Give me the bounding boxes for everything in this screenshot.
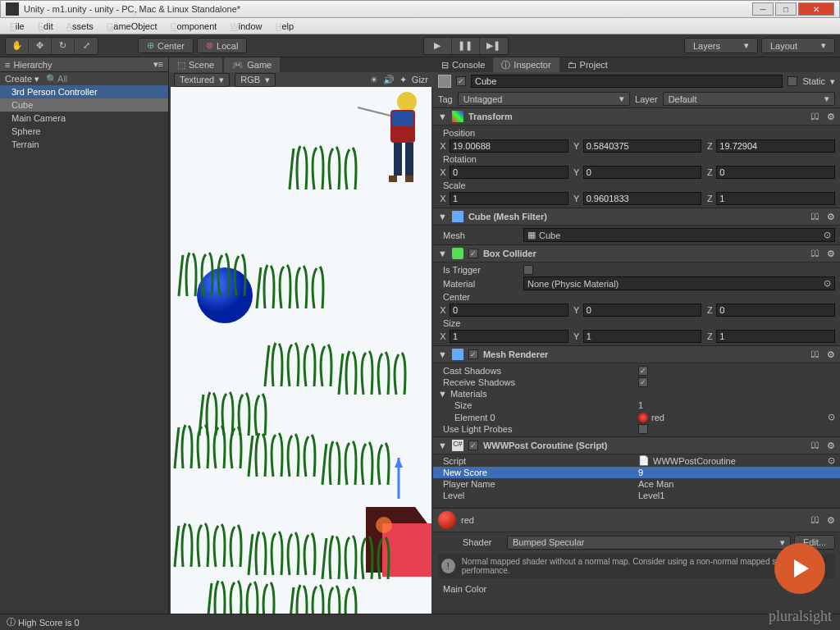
menu-component[interactable]: Component — [164, 20, 224, 33]
recvshadows-checkbox[interactable]: ✓ — [638, 377, 648, 387]
material-header[interactable]: red 🕮⚙ — [433, 508, 840, 532]
render-dropdown[interactable]: RGB▾ — [235, 73, 276, 87]
pause-button[interactable]: ❚❚ — [452, 38, 480, 54]
hand-tool[interactable]: ✋ — [6, 38, 29, 54]
gear-icon[interactable]: ⚙ — [827, 249, 835, 259]
help-icon[interactable]: 🕮 — [810, 111, 822, 122]
hierarchy-tab[interactable]: ≡ Hierarchy ▾≡ — [0, 57, 168, 72]
help-icon[interactable]: 🕮 — [810, 514, 822, 526]
help-icon[interactable]: 🕮 — [810, 248, 822, 259]
tag-dropdown[interactable]: Untagged▾ — [458, 92, 630, 106]
static-checkbox[interactable] — [788, 76, 797, 86]
rot-y[interactable]: 0 — [583, 166, 702, 179]
gear-icon[interactable]: ⚙ — [827, 441, 835, 451]
step-button[interactable]: ▶❚ — [480, 38, 508, 54]
maximize-button[interactable]: □ — [775, 2, 797, 16]
menu-assets[interactable]: Assets — [60, 20, 100, 33]
hierarchy-panel: ≡ Hierarchy ▾≡ Create ▾ 🔍All 3rd Person … — [0, 57, 169, 630]
inspector-tab[interactable]: ⓘInspector — [493, 57, 559, 72]
menu-bar: File Edit Assets GameObject Component Wi… — [0, 18, 840, 34]
search-field[interactable]: 🔍All — [46, 74, 67, 84]
script-header[interactable]: ▼C# ✓ WWWPost Coroutine (Script) 🕮⚙ — [433, 436, 840, 454]
playername-field[interactable]: Ace Man — [638, 479, 673, 489]
console-tab[interactable]: ⊟Console — [433, 57, 493, 72]
lightprobes-checkbox[interactable] — [638, 424, 648, 434]
pos-x[interactable]: 19.00688 — [450, 139, 568, 153]
gear-icon[interactable]: ⚙ — [827, 515, 835, 526]
pos-z[interactable]: 19.72904 — [716, 139, 835, 153]
mesh-field[interactable]: ▦Cube⊙ — [523, 228, 835, 242]
help-icon[interactable]: 🕮 — [810, 211, 822, 222]
minimize-button[interactable]: ─ — [752, 2, 774, 16]
castshadows-checkbox[interactable]: ✓ — [638, 366, 648, 376]
light-icon[interactable]: ☀ — [370, 75, 378, 85]
hierarchy-item[interactable]: Terrain — [0, 138, 168, 151]
hierarchy-item[interactable]: 3rd Person Controller — [0, 85, 168, 98]
istrigger-checkbox[interactable] — [523, 265, 533, 275]
help-icon[interactable]: 🕮 — [810, 349, 822, 360]
script-enabled[interactable]: ✓ — [468, 441, 478, 450]
scene-tab[interactable]: ⬚Scene — [169, 57, 222, 72]
pivot-toggle[interactable]: ⊕Center — [138, 38, 194, 53]
scene-viewport[interactable] — [171, 87, 431, 630]
hierarchy-item[interactable]: Sphere — [0, 125, 168, 138]
audio-icon[interactable]: 🔊 — [383, 75, 395, 85]
menu-help[interactable]: Help — [269, 20, 301, 33]
transform-header[interactable]: ▼ Transform 🕮 ⚙ — [433, 107, 840, 126]
window-titlebar: Unity - m1.unity - unity - PC, Mac & Lin… — [0, 0, 840, 18]
game-tab[interactable]: 🎮Game — [224, 57, 280, 72]
svg-rect-4 — [405, 143, 413, 176]
project-tab[interactable]: 🗀Project — [559, 57, 616, 72]
hierarchy-icon: ≡ — [5, 60, 10, 70]
svg-point-0 — [397, 92, 417, 112]
hierarchy-item[interactable]: Main Camera — [0, 112, 168, 125]
meshfilter-header[interactable]: ▼ Cube (Mesh Filter) 🕮⚙ — [433, 208, 840, 226]
app-icon — [6, 2, 19, 16]
collider-enabled[interactable]: ✓ — [468, 249, 478, 258]
tag-label: Tag — [438, 94, 453, 104]
scale-z[interactable]: 1 — [716, 192, 835, 205]
menu-edit[interactable]: Edit — [31, 20, 60, 33]
create-dropdown[interactable]: Create ▾ — [5, 74, 39, 84]
boxcollider-header[interactable]: ▼ ✓ Box Collider 🕮⚙ — [433, 244, 840, 262]
gameobject-name-field[interactable]: Cube — [471, 75, 783, 88]
shading-dropdown[interactable]: Textured▾ — [174, 73, 230, 87]
close-button[interactable]: ✕ — [798, 2, 834, 16]
move-tool[interactable]: ✥ — [29, 38, 52, 54]
layout-dropdown[interactable]: Layout▾ — [761, 38, 835, 53]
space-toggle[interactable]: ⊗Local — [197, 38, 247, 53]
layer-dropdown[interactable]: Default▾ — [663, 92, 835, 106]
collider-icon — [452, 248, 463, 259]
svg-marker-14 — [794, 559, 809, 578]
panel-menu-icon[interactable]: ▾≡ — [153, 59, 163, 70]
renderer-enabled[interactable]: ✓ — [468, 349, 478, 359]
rotate-tool[interactable]: ↻ — [52, 38, 75, 54]
shader-dropdown[interactable]: Bumped Specular▾ — [507, 536, 791, 550]
active-checkbox[interactable]: ✓ — [456, 76, 466, 86]
scene-panel: ⬚Scene 🎮Game Textured▾ RGB▾ ☀ 🔊 ✦ Gizr — [169, 57, 433, 630]
hierarchy-list: 3rd Person Controller Cube Main Camera S… — [0, 85, 168, 630]
layers-dropdown[interactable]: Layers▾ — [684, 38, 758, 53]
scale-tool[interactable]: ⤢ — [75, 38, 98, 54]
help-icon[interactable]: 🕮 — [810, 440, 822, 451]
level-field[interactable]: Level1 — [638, 491, 664, 500]
newscore-field[interactable]: 9 — [638, 468, 643, 477]
menu-gameobject[interactable]: GameObject — [100, 20, 164, 33]
svg-rect-7 — [405, 176, 413, 182]
menu-file[interactable]: File — [3, 20, 31, 33]
scale-y[interactable]: 0.9601833 — [583, 192, 702, 205]
gear-icon[interactable]: ⚙ — [827, 349, 835, 360]
gizmos-dropdown[interactable]: Gizr — [412, 75, 428, 84]
scale-x[interactable]: 1 — [450, 192, 568, 205]
rot-z[interactable]: 0 — [716, 166, 835, 179]
gear-icon[interactable]: ⚙ — [827, 112, 835, 122]
physmaterial-field[interactable]: None (Physic Material)⊙ — [523, 276, 835, 290]
hierarchy-item[interactable]: Cube — [0, 98, 168, 112]
pos-y[interactable]: 0.5840375 — [583, 139, 702, 153]
rot-x[interactable]: 0 — [450, 166, 568, 179]
meshrenderer-header[interactable]: ▼ ✓ Mesh Renderer 🕮⚙ — [433, 345, 840, 363]
play-button[interactable]: ▶ — [424, 38, 452, 54]
menu-window[interactable]: Window — [223, 20, 268, 33]
gear-icon[interactable]: ⚙ — [827, 212, 835, 222]
fx-icon[interactable]: ✦ — [399, 75, 407, 85]
